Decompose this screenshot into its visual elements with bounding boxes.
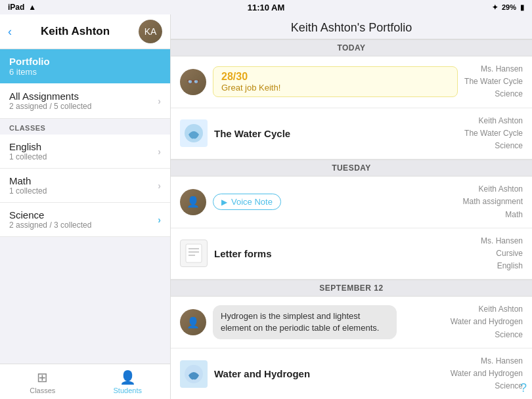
score-avatar: 👓	[180, 69, 206, 95]
wh-meta-2: Science	[451, 380, 523, 392]
classes-nav-label: Classes	[30, 387, 55, 394]
portfolio-subtitle: 6 items	[9, 67, 161, 77]
avatar-image: KA	[139, 20, 162, 43]
science-detail: 2 assigned / 3 collected	[9, 220, 91, 230]
all-assignments-title: All Assignments	[9, 91, 91, 102]
bottom-nav: ⊞ Classes 👤 Students	[0, 364, 170, 399]
letter-forms-title: Letter forms	[214, 248, 474, 259]
battery-icon: ▮	[520, 3, 524, 12]
score-sublabel: Great job Keith!	[221, 83, 449, 93]
status-left: iPad ▲	[8, 3, 36, 12]
sidebar-item-portfolio[interactable]: Portfolio 6 items	[0, 49, 170, 83]
letter-forms-thumb	[180, 240, 208, 267]
portfolio-item-letter-forms[interactable]: Letter forms Ms. Hansen Cursive English	[171, 228, 532, 280]
main-content: Keith Ashton's Portfolio TODAY 👓 28/30 G…	[171, 14, 532, 399]
main-title: Keith Ashton's Portfolio	[291, 21, 412, 34]
classes-section-header: CLASSES	[0, 119, 170, 135]
water-hydrogen-thumb	[180, 360, 208, 388]
science-text: Science 2 assigned / 3 collected	[9, 209, 91, 230]
math-title: Math	[9, 175, 47, 186]
voice-meta-0: Keith Ashton	[463, 183, 523, 196]
all-assignments-text: All Assignments 2 assigned / 5 collected	[9, 91, 91, 111]
voice-meta: Keith Ashton Math assignment Math	[463, 183, 523, 221]
science-title: Science	[9, 209, 91, 220]
wh-meta-1: Water and Hydrogen	[451, 368, 523, 380]
portfolio-title: Portfolio	[9, 56, 161, 67]
comment-avatar: 👤	[180, 309, 206, 335]
score-meta-1: The Water Cycle	[464, 75, 523, 88]
cm-meta-1: Water and Hydrogen	[451, 316, 523, 328]
math-detail: 1 collected	[9, 186, 47, 196]
sidebar-item-all-assignments[interactable]: All Assignments 2 assigned / 5 collected…	[0, 83, 170, 119]
all-assignments-subtitle: 2 assigned / 5 collected	[9, 102, 91, 111]
sidebar-item-english[interactable]: English 1 collected ›	[0, 135, 170, 169]
english-title: English	[9, 141, 47, 152]
wh-meta-0: Ms. Hansen	[451, 355, 523, 368]
main-scroll[interactable]: TODAY 👓 28/30 Great job Keith! Ms. Hanse…	[171, 39, 532, 399]
bluetooth-icon: ✦	[492, 3, 498, 12]
day-header-today: TODAY	[171, 39, 532, 56]
score-meta-0: Ms. Hansen	[464, 63, 523, 75]
portfolio-item-voice-note[interactable]: 👤 ▶ Voice Note Keith Ashton Math assignm…	[171, 177, 532, 228]
score-value: 28/30	[221, 71, 449, 83]
lf-meta-2: English	[481, 260, 523, 272]
ipad-label: iPad	[8, 3, 24, 12]
wc-meta-0: Keith Ashton	[464, 115, 523, 127]
students-nav-icon: 👤	[120, 369, 136, 385]
nav-item-students[interactable]: 👤 Students	[85, 364, 171, 399]
lf-meta-1: Cursive	[481, 247, 523, 260]
english-text: English 1 collected	[9, 141, 47, 161]
portfolio-item-water-hydrogen[interactable]: Water and Hydrogen Ms. Hansen Water and …	[171, 348, 532, 399]
water-cycle-thumb-icon	[183, 123, 204, 144]
lf-meta-0: Ms. Hansen	[481, 235, 523, 247]
water-cycle-content: The Water Cycle	[214, 128, 458, 139]
status-bar: iPad ▲ 11:10 AM ✦ 29% ▮	[0, 0, 532, 14]
water-hydrogen-thumb-icon	[183, 364, 204, 385]
letter-forms-content: Letter forms	[214, 248, 474, 259]
status-time: 11:10 AM	[248, 3, 285, 12]
wc-meta-2: Science	[464, 140, 523, 152]
score-meta-2: Science	[464, 88, 523, 100]
day-header-tuesday: TUESDAY	[171, 159, 532, 177]
sidebar-item-science[interactable]: Science 2 assigned / 3 collected ›	[0, 203, 170, 237]
app-container: ‹ Keith Ashton KA Portfolio 6 items All …	[0, 14, 532, 399]
help-icon[interactable]: ?	[520, 381, 527, 395]
sidebar-header: ‹ Keith Ashton KA	[0, 14, 170, 49]
water-cycle-thumb	[180, 119, 208, 147]
english-chevron-icon: ›	[158, 146, 161, 157]
math-text: Math 1 collected	[9, 175, 47, 196]
comment-meta: Keith Ashton Water and Hydrogen Science	[451, 303, 523, 341]
nav-item-classes[interactable]: ⊞ Classes	[0, 364, 85, 399]
portfolio-item-water-cycle[interactable]: The Water Cycle Keith Ashton The Water C…	[171, 108, 532, 160]
water-cycle-meta: Keith Ashton The Water Cycle Science	[464, 115, 523, 153]
letter-forms-meta: Ms. Hansen Cursive English	[481, 235, 523, 273]
score-content: 28/30 Great job Keith!	[213, 66, 458, 97]
comment-bubble: Hydrogen is the simplest and lightest el…	[213, 305, 397, 339]
voice-content: ▶ Voice Note	[213, 194, 456, 210]
sidebar-item-math[interactable]: Math 1 collected ›	[0, 169, 170, 203]
science-chevron-icon: ›	[158, 215, 161, 225]
wifi-icon: ▲	[28, 3, 36, 12]
portfolio-item-score[interactable]: 👓 28/30 Great job Keith! Ms. Hansen The …	[171, 56, 532, 108]
students-nav-label: Students	[114, 387, 142, 394]
main-header: Keith Ashton's Portfolio	[171, 14, 532, 39]
portfolio-item-comment[interactable]: 👤 Hydrogen is the simplest and lightest …	[171, 297, 532, 348]
letter-forms-thumb-icon	[185, 243, 203, 264]
play-icon: ▶	[221, 198, 227, 207]
comment-content: Hydrogen is the simplest and lightest el…	[213, 305, 444, 339]
water-hydrogen-meta: Ms. Hansen Water and Hydrogen Science	[451, 355, 523, 393]
water-hydrogen-content: Water and Hydrogen	[214, 368, 444, 379]
cm-meta-2: Science	[451, 329, 523, 341]
voice-avatar: 👤	[180, 189, 206, 215]
day-header-sep12: SEPTEMBER 12	[171, 280, 532, 297]
voice-label: Voice Note	[231, 197, 273, 207]
english-detail: 1 collected	[9, 152, 47, 161]
classes-nav-icon: ⊞	[37, 369, 48, 385]
math-chevron-icon: ›	[158, 180, 161, 191]
cm-meta-0: Keith Ashton	[451, 303, 523, 316]
score-meta: Ms. Hansen The Water Cycle Science	[464, 63, 523, 101]
student-avatar: KA	[139, 20, 162, 43]
water-hydrogen-title: Water and Hydrogen	[214, 368, 444, 379]
sidebar-student-name: Keith Ashton	[12, 25, 139, 38]
voice-bubble[interactable]: ▶ Voice Note	[213, 194, 281, 210]
